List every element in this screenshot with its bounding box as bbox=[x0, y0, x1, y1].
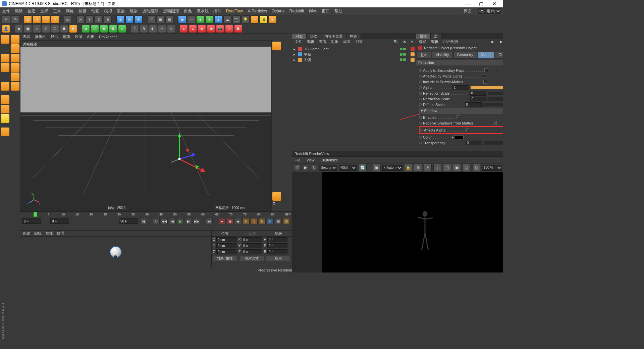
vs-btn-15[interactable] bbox=[272, 173, 281, 182]
rvmenu-View[interactable]: View bbox=[307, 158, 315, 162]
vs-btn-4[interactable] bbox=[272, 70, 281, 79]
attr-tab-层[interactable]: 层 bbox=[431, 34, 441, 39]
select-tool[interactable]: ▦ bbox=[24, 15, 32, 23]
brush-icon[interactable] bbox=[11, 91, 19, 100]
vis-render-dot[interactable] bbox=[403, 58, 406, 61]
vs2-10[interactable] bbox=[283, 126, 291, 135]
solo-mode[interactable] bbox=[1, 114, 9, 123]
menu-雕刻[interactable]: 雕刻 bbox=[129, 8, 138, 14]
anim-dot[interactable] bbox=[419, 69, 422, 72]
rotate-tool[interactable]: ⟳ bbox=[51, 15, 59, 23]
axis-z-button[interactable]: Z bbox=[95, 15, 103, 23]
minimize-button[interactable]: — bbox=[461, 1, 474, 6]
vs-settings-button[interactable]: ⚙ bbox=[272, 201, 281, 210]
coord-pos-Z[interactable] bbox=[216, 249, 236, 254]
expand-icon[interactable]: ▸ bbox=[293, 52, 297, 57]
axis-mode[interactable] bbox=[1, 95, 9, 104]
attr-subtab-Matte[interactable]: Matte bbox=[478, 52, 494, 59]
menu-窗口[interactable]: 窗口 bbox=[322, 8, 330, 14]
menu-RealFlow[interactable]: RealFlow bbox=[226, 9, 243, 13]
objmenu-文件[interactable]: 文件 bbox=[295, 39, 302, 44]
param-checkbox[interactable]: ✓ bbox=[493, 121, 497, 125]
clapperboard-icon[interactable]: 🎬 bbox=[147, 15, 155, 23]
menu-捕捉[interactable]: 捕捉 bbox=[78, 8, 87, 14]
plugin-btn-6[interactable]: ⬢ bbox=[60, 25, 68, 33]
vpmenu-摄像机[interactable]: 摄像机 bbox=[35, 34, 46, 39]
anim-dot[interactable] bbox=[419, 92, 422, 95]
workplane-mode[interactable] bbox=[1, 54, 9, 62]
generator-button[interactable]: ◈ bbox=[205, 15, 213, 23]
xp-mod-4[interactable]: ☀ bbox=[158, 25, 166, 33]
vs2-5[interactable] bbox=[283, 79, 291, 88]
nurbs-button[interactable]: ◆ bbox=[196, 15, 204, 23]
section-exclusion[interactable]: Exclusion bbox=[416, 60, 503, 65]
vs-btn-12[interactable] bbox=[272, 145, 281, 154]
goto-start-button[interactable]: |◀ bbox=[140, 218, 147, 224]
environment-button[interactable]: ☁ bbox=[223, 15, 231, 23]
grid-g[interactable] bbox=[11, 157, 19, 166]
vs-btn-5[interactable] bbox=[272, 79, 281, 88]
rs-btn-7[interactable]: ⬢ bbox=[234, 25, 242, 33]
rect-icon[interactable] bbox=[11, 72, 19, 81]
timeline-ruler[interactable]: 051015202530354045505560657075808590 0 F bbox=[20, 211, 292, 217]
grid-k[interactable] bbox=[11, 195, 19, 203]
vs2-7[interactable] bbox=[283, 98, 291, 107]
attr-subtab-基本[interactable]: 基本 bbox=[417, 52, 431, 59]
menu-动画[interactable]: 动画 bbox=[91, 8, 99, 14]
vs2-4[interactable] bbox=[283, 70, 291, 79]
tag-icon[interactable] bbox=[411, 58, 415, 62]
playhead[interactable] bbox=[34, 212, 37, 217]
coord-pos-X[interactable] bbox=[216, 237, 236, 242]
deformer-button[interactable]: ▲ bbox=[214, 15, 222, 23]
goto-end-button[interactable]: ▶| bbox=[206, 218, 213, 224]
objmenu-icon[interactable]: 🔍 bbox=[393, 40, 398, 44]
axis-gizmo[interactable] bbox=[146, 126, 213, 193]
xp-mod-3[interactable]: ◐ bbox=[149, 25, 157, 33]
key-param-button[interactable]: P bbox=[267, 218, 274, 224]
plugin-btn-5[interactable]: ⬡ bbox=[51, 25, 59, 33]
rv-circle-icon[interactable]: ○ bbox=[433, 164, 441, 172]
menu-X-Particles[interactable]: X-Particles bbox=[248, 9, 267, 13]
vpmenu-ProRender[interactable]: ProRender bbox=[99, 35, 117, 39]
rv-refresh-button[interactable]: ↻ bbox=[311, 164, 317, 171]
vis-editor-dot[interactable] bbox=[400, 53, 402, 56]
axis-y-button[interactable]: Y bbox=[86, 15, 94, 23]
matmenu-功能[interactable]: 功能 bbox=[46, 231, 53, 236]
texture-mode[interactable] bbox=[1, 44, 9, 53]
vpmenu-过滤[interactable]: 过滤 bbox=[75, 34, 82, 39]
coord-size-X[interactable] bbox=[242, 237, 262, 242]
anim-dot[interactable] bbox=[419, 116, 422, 119]
key-button[interactable]: ◆ bbox=[235, 218, 241, 224]
param-input[interactable] bbox=[465, 102, 482, 107]
menu-选择[interactable]: 选择 bbox=[40, 8, 48, 14]
rv-channel-select[interactable]: RGB bbox=[339, 165, 357, 171]
param-slider[interactable] bbox=[488, 92, 503, 95]
model-mode[interactable] bbox=[1, 35, 9, 44]
undo-button[interactable]: ↶ bbox=[2, 15, 10, 23]
coord-pos-Y[interactable] bbox=[216, 243, 236, 248]
param-checkbox[interactable] bbox=[483, 74, 486, 78]
xp-mod-1[interactable]: T bbox=[131, 25, 139, 33]
viewport[interactable]: 透视视图 bbox=[20, 40, 272, 211]
move-tool[interactable]: ✥ bbox=[33, 15, 41, 23]
rv-snap2-icon[interactable]: ▣ bbox=[453, 164, 461, 172]
objmenu-编辑[interactable]: 编辑 bbox=[307, 39, 314, 44]
grid-h[interactable] bbox=[11, 166, 19, 175]
redo-button[interactable]: ↷ bbox=[11, 15, 19, 23]
lasso-icon[interactable] bbox=[11, 54, 19, 62]
grid-b[interactable] bbox=[11, 110, 19, 119]
coord-btn[interactable]: 应用 bbox=[266, 256, 291, 261]
attr-subtab-Visibility[interactable]: Visibility bbox=[432, 52, 453, 59]
anim-dot[interactable] bbox=[419, 75, 422, 78]
magnet-mode[interactable] bbox=[1, 128, 9, 136]
rs-btn-5[interactable]: 📷 bbox=[216, 25, 224, 33]
octane-button[interactable]: ◉ bbox=[269, 15, 277, 23]
menu-运动跟踪[interactable]: 运动跟踪 bbox=[142, 8, 158, 14]
coord-btn[interactable]: 对象 (相对) bbox=[213, 256, 238, 261]
frame-start-field[interactable]: 0 F bbox=[22, 218, 41, 224]
coord-rot-H[interactable] bbox=[267, 237, 287, 242]
plugin-btn-3[interactable]: ○ bbox=[33, 25, 41, 33]
objmenu-icon[interactable]: 👁 bbox=[403, 40, 407, 44]
vs2-11[interactable] bbox=[283, 136, 291, 144]
tweak-mode[interactable] bbox=[1, 105, 9, 113]
